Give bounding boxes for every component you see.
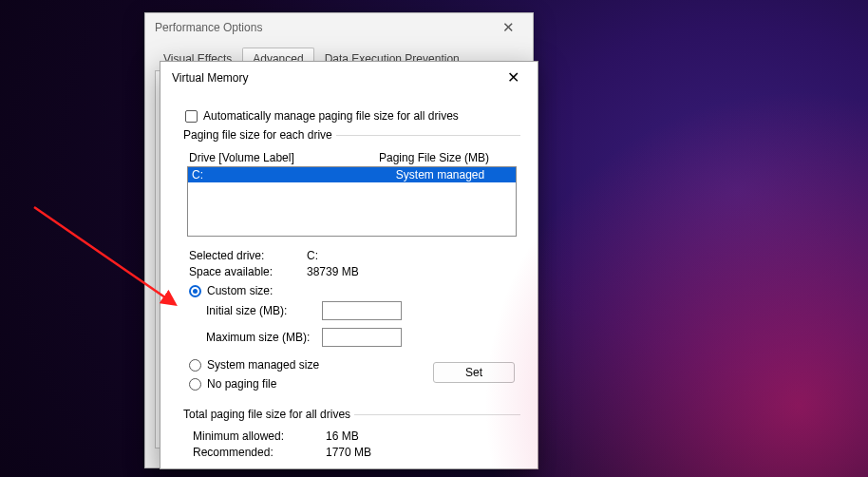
maximum-size-label: Maximum size (MB):	[206, 331, 312, 344]
initial-size-input[interactable]	[322, 301, 402, 320]
radio-no-paging[interactable]	[189, 378, 201, 391]
radio-custom-label: Custom size:	[207, 284, 273, 297]
group1-legend: Paging file size for each drive	[183, 128, 336, 142]
auto-manage-label: Automatically manage paging file size fo…	[203, 109, 459, 123]
auto-manage-checkbox[interactable]	[185, 110, 198, 123]
close-icon[interactable]: ✕	[498, 64, 528, 92]
space-available-label: Space available:	[189, 265, 307, 278]
drive-label: C:	[188, 168, 378, 181]
space-available-value: 38739 MB	[307, 265, 359, 278]
initial-size-label: Initial size (MB):	[206, 304, 312, 317]
drive-column-headers: Drive [Volume Label] Paging File Size (M…	[189, 151, 520, 164]
set-button[interactable]: Set	[433, 362, 515, 383]
col-drive: Drive [Volume Label]	[189, 151, 379, 164]
radio-system-managed[interactable]	[189, 359, 201, 372]
total-paging-group: Total paging file size for all drives Mi…	[183, 408, 520, 465]
drive-size: System managed	[378, 168, 516, 181]
vm-titlebar: Virtual Memory ✕	[160, 62, 538, 94]
perf-title: Performance Options	[155, 21, 262, 34]
paging-per-drive-group: Paging file size for each drive Drive [V…	[183, 128, 520, 398]
drive-list[interactable]: C: System managed	[187, 166, 517, 237]
recommended-label: Recommended:	[193, 446, 326, 459]
radio-custom-size[interactable]	[189, 285, 201, 297]
vm-title: Virtual Memory	[170, 71, 248, 85]
min-allowed-value: 16 MB	[326, 429, 359, 443]
radio-none-label: No paging file	[207, 377, 276, 391]
group2-legend: Total paging file size for all drives	[183, 408, 354, 421]
selected-drive-value: C:	[307, 249, 318, 262]
perf-titlebar: Performance Options ✕	[145, 13, 533, 42]
close-icon[interactable]: ✕	[493, 13, 523, 42]
col-paging-size: Paging File Size (MB)	[379, 151, 489, 164]
recommended-value: 1770 MB	[326, 446, 371, 459]
virtual-memory-dialog: Virtual Memory ✕ Automatically manage pa…	[160, 61, 538, 469]
selected-drive-label: Selected drive:	[189, 249, 307, 262]
min-allowed-label: Minimum allowed:	[193, 429, 326, 443]
maximum-size-input[interactable]	[322, 328, 402, 347]
drive-row[interactable]: C: System managed	[188, 167, 516, 182]
radio-system-label: System managed size	[207, 358, 319, 372]
